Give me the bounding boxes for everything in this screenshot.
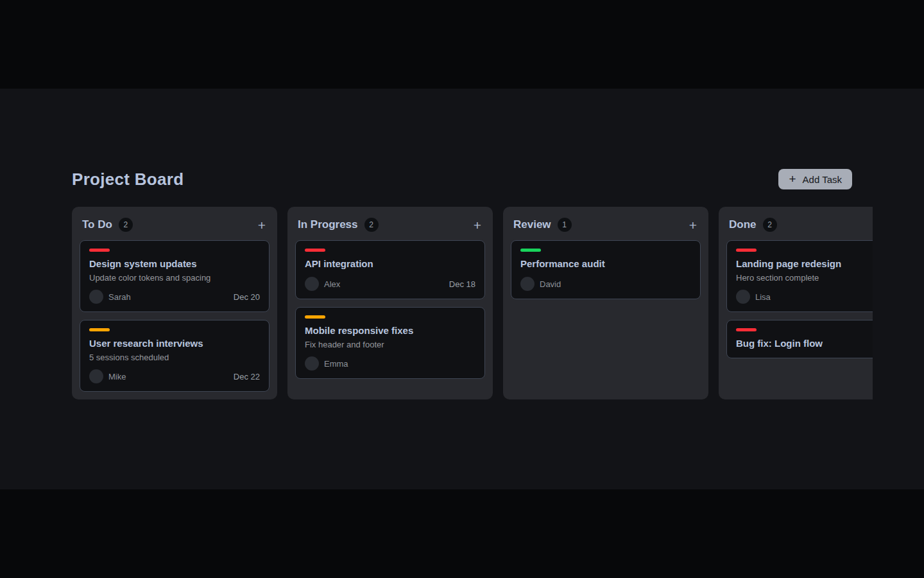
due-date: Dec 20 <box>234 292 260 302</box>
column-header: Review 1 + <box>513 216 698 234</box>
task-card[interactable]: API integration Alex Dec 18 <box>295 240 485 299</box>
card-footer: Emma <box>305 356 475 371</box>
priority-bar <box>520 249 541 252</box>
add-card-button[interactable]: + <box>257 218 267 232</box>
avatar <box>305 356 319 371</box>
priority-bar <box>736 249 757 252</box>
column-title: Review <box>513 218 551 231</box>
column-header: In Progress 2 + <box>298 216 483 234</box>
card-footer: David <box>520 277 691 291</box>
avatar <box>305 277 319 291</box>
card-title: API integration <box>305 258 475 270</box>
column-count-badge: 2 <box>763 218 777 232</box>
card-footer: Lisa <box>736 290 873 304</box>
add-card-button[interactable]: + <box>688 218 698 232</box>
assignee-name: David <box>540 279 561 289</box>
task-card[interactable]: Mobile responsive fixes Fix header and f… <box>295 307 485 379</box>
card-list: Performance audit David <box>511 240 701 299</box>
card-title: Mobile responsive fixes <box>305 324 475 337</box>
card-list: API integration Alex Dec 18 Mobile respo… <box>295 240 485 379</box>
add-card-button[interactable]: + <box>472 218 483 232</box>
add-task-label: Add Task <box>803 174 842 185</box>
card-title: Design system updates <box>89 258 260 270</box>
card-description: Fix header and footer <box>305 339 475 350</box>
page-header: Project Board + Add Task <box>72 89 852 190</box>
card-list: Design system updates Update color token… <box>80 240 270 392</box>
assignee-name: Lisa <box>755 292 771 302</box>
add-task-button[interactable]: + Add Task <box>778 169 852 189</box>
column-count-badge: 2 <box>119 218 133 232</box>
card-list: Landing page redesign Hero section compl… <box>726 240 873 358</box>
task-card[interactable]: Landing page redesign Hero section compl… <box>726 240 873 312</box>
assignee-name: Mike <box>108 372 126 381</box>
column-review: Review 1 + Performance audit David <box>503 207 708 399</box>
due-date: Dec 22 <box>234 372 260 381</box>
column-title: Done <box>729 218 757 231</box>
card-footer: Sarah Dec 20 <box>89 290 260 304</box>
due-date: Dec 18 <box>449 279 475 289</box>
column-title: To Do <box>82 218 112 231</box>
card-title: Bug fix: Login flow <box>736 337 873 350</box>
column-count-badge: 2 <box>364 218 379 232</box>
card-title: User research interviews <box>89 337 260 350</box>
column-done: Done 2 + Landing page redesign Hero sect… <box>719 207 873 399</box>
card-title: Performance audit <box>520 258 691 270</box>
column-header: To Do 2 + <box>82 216 267 234</box>
priority-bar <box>89 249 110 252</box>
task-card[interactable]: Design system updates Update color token… <box>80 240 270 312</box>
task-card[interactable]: User research interviews 5 sessions sche… <box>80 320 270 392</box>
column-to-do: To Do 2 + Design system updates Update c… <box>72 207 277 399</box>
card-footer: Mike Dec 22 <box>89 369 260 383</box>
column-in-progress: In Progress 2 + API integration Alex Dec… <box>287 207 493 399</box>
assignee-name: Sarah <box>108 292 131 302</box>
column-title: In Progress <box>298 218 358 231</box>
assignee-name: Emma <box>324 359 348 369</box>
priority-bar <box>736 328 757 331</box>
card-description: Hero section complete <box>736 272 873 283</box>
kanban-board: To Do 2 + Design system updates Update c… <box>72 207 873 399</box>
avatar <box>736 290 750 304</box>
content-container: Project Board + Add Task To Do 2 + Desig… <box>51 89 873 399</box>
priority-bar <box>305 249 325 252</box>
priority-bar <box>305 315 325 319</box>
column-header: Done 2 + <box>729 216 873 234</box>
column-count-badge: 1 <box>558 218 572 232</box>
avatar <box>89 369 103 383</box>
card-title: Landing page redesign <box>736 258 873 270</box>
avatar <box>520 277 535 291</box>
task-card[interactable]: Performance audit David <box>511 240 701 299</box>
card-footer: Alex Dec 18 <box>305 277 475 291</box>
avatar <box>89 290 103 304</box>
board-section: Project Board + Add Task To Do 2 + Desig… <box>0 89 924 489</box>
card-description: Update color tokens and spacing <box>89 272 260 283</box>
assignee-name: Alex <box>324 279 340 289</box>
priority-bar <box>89 328 110 331</box>
page-title: Project Board <box>72 168 184 190</box>
plus-icon: + <box>789 173 796 185</box>
card-description: 5 sessions scheduled <box>89 352 260 363</box>
task-card[interactable]: Bug fix: Login flow <box>726 320 873 358</box>
